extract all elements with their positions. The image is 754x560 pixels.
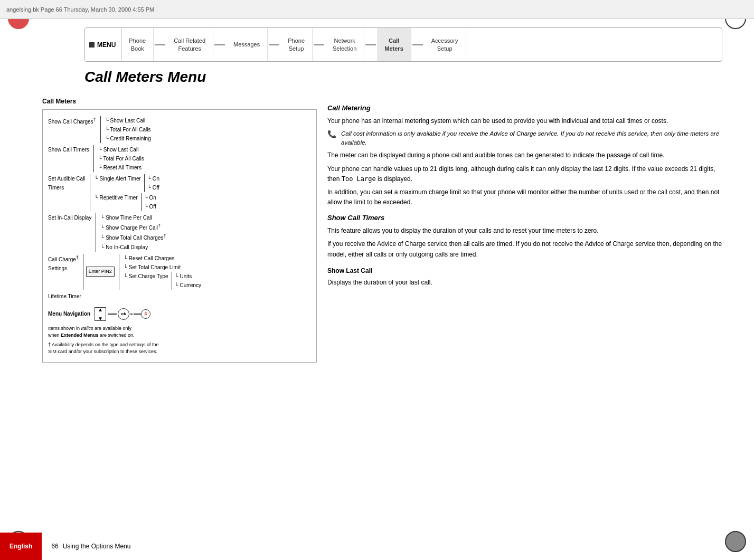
diagram-inner: Show Call Charges† └ Show Last Call └ To…: [48, 116, 311, 321]
show-call-charges-label: Show Call Charges†: [48, 116, 96, 126]
sub-show-last-call-1: └ Show Last Call: [105, 116, 151, 125]
up-arrow-icon: ▲: [98, 305, 103, 314]
italics-note: Items shown in Italics are available onl…: [48, 325, 311, 339]
single-alert-label: └ Single Alert Timer: [95, 174, 141, 183]
sub-credit-remaining: └ Credit Remaining: [105, 134, 151, 143]
call-metering-para2: The meter can be displayed during a phon…: [327, 150, 722, 160]
section-call-metering-title: Call Metering: [327, 103, 722, 114]
nav-item-callrelated[interactable]: Call RelatedFeatures: [166, 28, 213, 61]
enter-pin2-box: Enter PIN2: [86, 267, 115, 277]
header-bar: angelsing.bk Page 66 Thursday, March 30,…: [0, 0, 754, 19]
note-text: Call cost information is only available …: [341, 129, 722, 148]
repetitive-timer-label: └ Repetitive Timer: [95, 193, 138, 202]
call-metering-para3: Your phone can handle values up to 21 di…: [327, 164, 722, 184]
nav-label-networkselection: NetworkSelection: [333, 37, 356, 52]
repetitive-off: └ Off: [144, 202, 156, 211]
sub-reset-all-timers: └ Reset All Timers: [98, 163, 144, 172]
nav-label-phonebook: PhoneBook: [129, 37, 146, 52]
sub-total-all-calls-1: └ Total For All Calls: [105, 125, 151, 134]
section-show-call-timers-title: Show Call Timers: [327, 213, 722, 224]
diagram-notes: Items shown in Italics are available onl…: [48, 325, 311, 356]
left-content: Call Meters Show Call Charges† └ Show La…: [42, 98, 317, 528]
type-units: └ Units: [175, 272, 201, 281]
footer-page: 66 Using the Options Menu: [42, 543, 140, 550]
page-title: Call Meters Menu: [84, 69, 206, 86]
sub-set-limit: └ Set Total Charge Limit: [124, 263, 181, 272]
filename-text: angelsing.bk Page 66 Thursday, March 30,…: [6, 6, 154, 13]
section-show-last-call-title: Show Last Call: [327, 266, 722, 276]
nav-label-callmeters: CallMeters: [384, 37, 403, 52]
footer-page-number: 66: [51, 543, 58, 550]
note-box: 📞 Call cost information is only availabl…: [327, 129, 722, 148]
sub-show-time: └ Show Time Per Call: [100, 213, 166, 222]
nav-item-accessorysetup[interactable]: AccessorySetup: [424, 28, 466, 61]
nav-item-phonebook[interactable]: PhoneBook: [121, 28, 154, 61]
set-audible-label: Set Audible CallTimers: [48, 174, 86, 192]
call-metering-para1: Your phone has an internal metering syst…: [327, 116, 722, 126]
nav-menu: MENU PhoneBook Call RelatedFeatures Mess…: [84, 27, 722, 62]
nav-item-callmeters[interactable]: CallMeters: [377, 28, 411, 61]
show-last-call-para1: Displays the duration of your last call.: [327, 278, 722, 288]
nav-items: PhoneBook Call RelatedFeatures Messages …: [121, 28, 722, 61]
show-call-timers-para1: This feature allows you to display the d…: [327, 226, 722, 236]
footer-page-text: Using the Options Menu: [63, 543, 131, 550]
sub-no-display: └ No In-Call Display: [100, 243, 166, 252]
nav-label-phonesetup: PhoneSetup: [288, 37, 305, 52]
sub-show-charge: └ Show Charge Per Call†: [100, 222, 166, 232]
nav-label-messages: Messages: [233, 41, 260, 48]
footer-language: English: [0, 533, 42, 560]
diagram-title: Call Meters: [42, 98, 317, 105]
note-icon: 📞: [327, 129, 338, 140]
call-metering-para4: In addition, you can set a maximum charg…: [327, 187, 722, 207]
single-on: └ On: [147, 174, 159, 183]
show-call-timers-label: Show Call Timers: [48, 145, 89, 154]
type-currency: └ Currency: [175, 281, 201, 290]
nav-diagram: Menu Navigation ▲ ▼ ok c: [48, 307, 311, 321]
dagger-note: † Availability depends on the type and s…: [48, 341, 311, 356]
menu-label: MENU: [85, 28, 121, 61]
sub-reset-charges: └ Reset Call Charges: [124, 254, 201, 263]
down-arrow-icon: ▼: [98, 314, 103, 323]
single-off: └ Off: [147, 183, 159, 192]
menu-icon: [89, 42, 95, 48]
nav-label-accessorysetup: AccessorySetup: [431, 37, 458, 52]
show-call-timers-para2: If you receive the Advice of Charge serv…: [327, 239, 722, 259]
footer: English 66 Using the Options Menu: [0, 533, 754, 560]
menu-navigation-label: Menu Navigation: [48, 309, 90, 318]
menu-text: MENU: [97, 41, 116, 49]
sub-total-all-calls-2: └ Total For All Calls: [98, 154, 144, 163]
set-in-call-label: Set In-Call Display: [48, 213, 91, 222]
sub-show-last-call-2: └ Show Last Call: [98, 145, 144, 154]
diagram-box: Show Call Charges† └ Show Last Call └ To…: [42, 109, 317, 363]
sub-set-type: └ Set Charge Type: [124, 272, 168, 281]
repetitive-on: └ On: [144, 193, 156, 202]
right-content: Call Metering Your phone has an internal…: [327, 98, 722, 528]
c-button[interactable]: c: [141, 309, 150, 319]
nav-item-networkselection[interactable]: NetworkSelection: [325, 28, 364, 61]
nav-label-callrelated: Call RelatedFeatures: [174, 37, 205, 52]
ok-button[interactable]: ok: [118, 308, 129, 320]
nav-item-messages[interactable]: Messages: [226, 28, 268, 61]
call-charge-label: Call Charge†Settings: [48, 254, 79, 273]
lifetime-timer-label: Lifetime Timer: [48, 293, 81, 299]
nav-item-phonesetup[interactable]: PhoneSetup: [280, 28, 313, 61]
sub-show-total: └ Show Total Call Charges†: [100, 232, 166, 242]
